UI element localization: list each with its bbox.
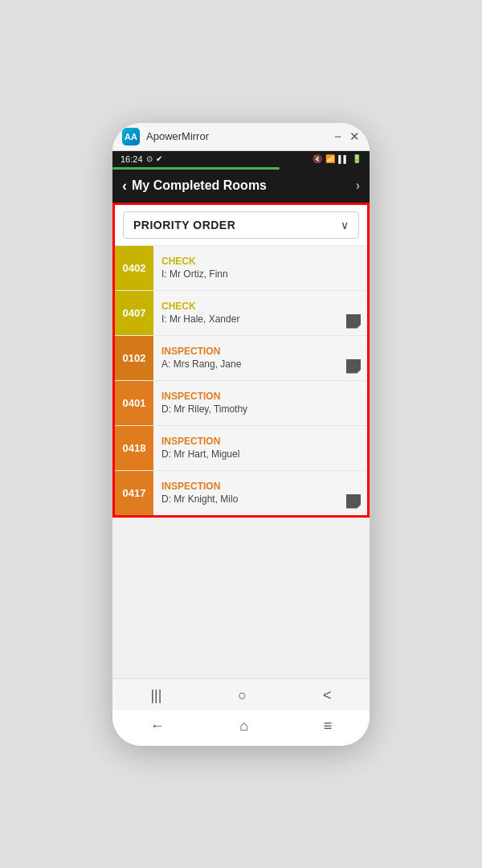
empty-area (112, 518, 370, 678)
menu-button[interactable]: ≡ (324, 718, 333, 735)
room-details: INSPECTION A: Mrs Rang, Jane (153, 336, 340, 380)
table-row[interactable]: 0407 CHECK I: Mr Hale, Xander (115, 290, 367, 335)
android-back-button[interactable]: < (323, 687, 332, 704)
room-list: 0402 CHECK I: Mr Ortiz, Finn 0407 CHECK … (115, 245, 367, 515)
priority-label: PRIORITY ORDER (133, 219, 235, 231)
app-header: ‹ My Completed Rooms › (112, 170, 370, 203)
note-icon (346, 359, 361, 374)
table-row[interactable]: 0417 INSPECTION D: Mr Knight, Milo (115, 470, 367, 515)
room-type: CHECK (161, 256, 359, 267)
status-time: 16:24 (120, 154, 143, 164)
note-icon-container (340, 291, 367, 335)
status-left: 16:24 ⊙ ✔ (120, 154, 162, 164)
room-details: CHECK I: Mr Ortiz, Finn (153, 246, 367, 290)
note-icon (346, 314, 361, 329)
status-bar: 16:24 ⊙ ✔ 🔇 📶 ▌▌ 🔋 (112, 151, 370, 167)
minimize-button[interactable]: − (334, 129, 341, 144)
table-row[interactable]: 0418 INSPECTION D: Mr Hart, Miguel (115, 425, 367, 470)
check-icon: ✔ (156, 154, 162, 163)
room-number: 0407 (115, 291, 153, 335)
room-type: INSPECTION (161, 391, 359, 402)
room-type: CHECK (161, 301, 332, 312)
room-details: INSPECTION D: Mr Knight, Milo (153, 471, 340, 515)
room-guest: I: Mr Ortiz, Finn (161, 268, 359, 280)
room-guest: D: Mr Hart, Miguel (161, 448, 359, 460)
app-title: ApowerMirror (146, 130, 328, 142)
bottom-bar: ← ⌂ ≡ (112, 709, 370, 746)
content-area: PRIORITY ORDER ∨ 0402 CHECK I: Mr Ortiz,… (112, 203, 370, 518)
chevron-down-icon: ∨ (341, 219, 349, 231)
table-row[interactable]: 0102 INSPECTION A: Mrs Rang, Jane (115, 335, 367, 380)
signal-icon: ▌▌ (338, 155, 349, 163)
room-type: INSPECTION (161, 481, 332, 492)
progress-bar (112, 167, 370, 170)
title-bar: AA ApowerMirror − ✕ (112, 123, 370, 151)
wifi-icon: 📶 (325, 154, 335, 163)
room-type: INSPECTION (161, 436, 359, 447)
room-type: INSPECTION (161, 346, 332, 357)
android-home-button[interactable]: ○ (238, 687, 247, 704)
home-button[interactable]: ⌂ (239, 718, 248, 735)
table-row[interactable]: 0401 INSPECTION D: Mr Riley, Timothy (115, 380, 367, 425)
forward-button[interactable]: › (356, 178, 360, 193)
back-button[interactable]: ‹ (122, 178, 127, 194)
priority-dropdown[interactable]: PRIORITY ORDER ∨ (123, 211, 359, 239)
phone-frame: AA ApowerMirror − ✕ 16:24 ⊙ ✔ 🔇 📶 ▌▌ 🔋 ‹… (112, 123, 370, 746)
room-guest: I: Mr Hale, Xander (161, 313, 332, 325)
note-icon-container (340, 471, 367, 515)
page-title: My Completed Rooms (132, 178, 267, 193)
room-number: 0418 (115, 426, 153, 470)
room-guest: D: Mr Riley, Timothy (161, 403, 359, 415)
table-row[interactable]: 0402 CHECK I: Mr Ortiz, Finn (115, 245, 367, 290)
room-details: INSPECTION D: Mr Hart, Miguel (153, 426, 367, 470)
app-icon: AA (122, 128, 140, 145)
android-menu-button[interactable]: ||| (150, 687, 161, 704)
room-guest: D: Mr Knight, Milo (161, 493, 332, 505)
note-icon (346, 494, 361, 509)
android-nav: ||| ○ < (112, 678, 370, 709)
mute-icon: 🔇 (312, 154, 322, 163)
back-button[interactable]: ← (150, 718, 165, 735)
note-icon-container (340, 336, 367, 380)
room-number: 0402 (115, 246, 153, 290)
room-number: 0102 (115, 336, 153, 380)
room-details: CHECK I: Mr Hale, Xander (153, 291, 340, 335)
close-button[interactable]: ✕ (349, 129, 360, 144)
room-guest: A: Mrs Rang, Jane (161, 358, 332, 370)
room-details: INSPECTION D: Mr Riley, Timothy (153, 381, 367, 425)
room-number: 0401 (115, 381, 153, 425)
battery-icon: 🔋 (352, 154, 362, 163)
window-controls: − ✕ (334, 129, 360, 144)
clock-icon: ⊙ (146, 154, 153, 163)
status-right: 🔇 📶 ▌▌ 🔋 (312, 154, 362, 163)
room-number: 0417 (115, 471, 153, 515)
